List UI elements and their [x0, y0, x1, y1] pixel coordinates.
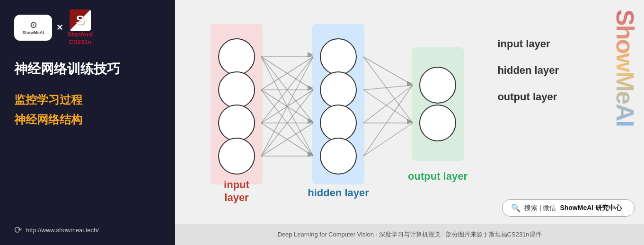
svg-point-40 [320, 138, 356, 174]
right-panel: input layer hidden layer output layer in… [175, 0, 644, 245]
stanford-name: StanfordCS231n [68, 31, 93, 45]
website-link[interactable]: ⟳ http://www.showmeai.tech/ [14, 224, 161, 236]
search-placeholder: 搜索 | 微信 [524, 204, 556, 212]
svg-text:hidden layer: hidden layer [308, 187, 369, 199]
main-title: 神经网络训练技巧 [14, 60, 161, 78]
svg-point-34 [219, 72, 255, 108]
legend-input: input layer [497, 38, 559, 50]
left-panel: ⊙ ShowMeAI × S StanfordCS231n 神经网络训练技巧 监… [0, 0, 175, 245]
svg-text:input: input [224, 179, 249, 191]
svg-line-24 [363, 90, 413, 123]
svg-point-33 [219, 39, 255, 75]
svg-line-26 [363, 123, 413, 156]
showmeai-icon: ⊙ [30, 20, 37, 30]
subtitle2: 神经网络结构 [14, 112, 161, 127]
svg-point-41 [420, 67, 456, 103]
svg-line-22 [363, 85, 413, 156]
svg-point-36 [219, 138, 255, 174]
legend-area: input layer hidden layer output layer [497, 38, 559, 103]
legend-output: output layer [497, 91, 559, 103]
svg-line-20 [363, 85, 413, 90]
showmeai-label: ShowMeAI [22, 30, 44, 35]
search-bar[interactable]: 🔍 搜索 | 微信 ShowMeAI 研究中心 [502, 199, 635, 217]
watermark: ShowMeAI [611, 9, 639, 126]
svg-text:layer: layer [224, 192, 249, 203]
footer-bar: Deep Learning for Computer Vision · 深度学习… [175, 224, 644, 245]
search-icon: 🔍 [511, 203, 520, 212]
website-url: http://www.showmeai.tech/ [26, 227, 99, 234]
svg-point-35 [219, 105, 255, 141]
svg-text:output layer: output layer [408, 170, 468, 182]
stanford-letter: S [70, 9, 91, 31]
svg-point-39 [320, 105, 356, 141]
neural-network-diagram: input layer hidden layer output layer [185, 9, 506, 213]
svg-point-38 [320, 72, 356, 108]
logo-area: ⊙ ShowMeAI × S StanfordCS231n [14, 9, 161, 45]
svg-point-37 [320, 39, 356, 75]
search-brand: ShowMeAI 研究中心 [560, 204, 622, 212]
footer-text: Deep Learning for Computer Vision · 深度学习… [277, 230, 541, 239]
legend-hidden: hidden layer [497, 64, 559, 77]
subtitle1: 监控学习过程 [14, 92, 161, 107]
times-symbol: × [57, 21, 63, 34]
showmeai-logo: ⊙ ShowMeAI [14, 15, 52, 41]
svg-line-21 [363, 85, 413, 123]
svg-line-23 [363, 57, 413, 123]
stanford-logo: S StanfordCS231n [68, 9, 93, 45]
link-icon: ⟳ [14, 224, 22, 236]
svg-point-42 [420, 105, 456, 141]
svg-line-19 [363, 57, 413, 85]
svg-rect-2 [412, 47, 464, 161]
